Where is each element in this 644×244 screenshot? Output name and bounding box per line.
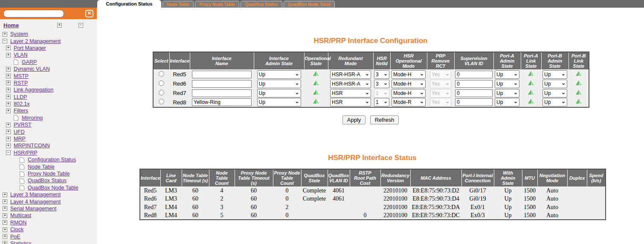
sidebar-link-filters[interactable]: Filters [14, 108, 28, 114]
supervision-vlan-input-red7[interactable] [455, 89, 493, 97]
hsr-op-mode-select-red8[interactable]: Mode-R [392, 98, 426, 106]
expand-icon[interactable]: + [6, 80, 11, 85]
sidebar-link-poe[interactable]: PoE [10, 234, 20, 240]
admin-state-select-red5[interactable]: Up [257, 70, 301, 79]
close-icon[interactable]: ✕ [85, 10, 93, 17]
interface-name-input-red7[interactable] [192, 89, 252, 97]
search-input[interactable] [3, 10, 64, 17]
expand-icon[interactable]: + [6, 74, 11, 78]
expand-icon[interactable]: + [3, 199, 7, 204]
select-radio-red8[interactable] [159, 99, 164, 104]
sidebar-link-layer-3-management[interactable]: Layer 3 Management [10, 192, 61, 198]
sidebar-link-clock[interactable]: Clock [10, 227, 23, 233]
collapse-all-icon[interactable]: − [78, 23, 83, 28]
redundant-mode-select-red5[interactable]: HSR-HSR-A [330, 70, 371, 79]
supervision-vlan-input-red5[interactable] [455, 71, 493, 78]
prp-remove-rct-select-red6[interactable]: Yes [430, 80, 451, 88]
expand-icon[interactable]: + [3, 32, 7, 37]
collapse-icon[interactable]: − [6, 150, 11, 155]
redundant-mode-select-red6[interactable]: HSR-HSR-A [330, 80, 371, 88]
sidebar-link-hsr-prp[interactable]: HSR/PRP [14, 150, 38, 156]
expand-icon[interactable]: + [6, 137, 11, 141]
sidebar-link-link-aggregation[interactable]: Link Aggregation [14, 87, 53, 93]
sidebar-link-802-1x[interactable]: 802.1x [14, 101, 30, 107]
select-radio-red7[interactable] [159, 90, 164, 95]
expand-icon[interactable]: + [6, 144, 11, 148]
expand-icon[interactable]: + [3, 220, 7, 225]
prp-remove-rct-select-red7[interactable]: Yes [430, 89, 451, 98]
expand-icon[interactable]: + [3, 227, 7, 232]
expand-icon[interactable]: + [6, 53, 11, 57]
port-b-admin-select-red6[interactable]: Up [542, 80, 567, 88]
sidebar-link-mrp[interactable]: MRP [14, 136, 26, 142]
sidebar-link-quadbox-node-table[interactable]: QuadBox Node Table [28, 185, 78, 191]
prp-remove-rct-select-red8[interactable]: Yes [430, 98, 451, 106]
prp-remove-rct-select-red5[interactable]: Yes [430, 70, 451, 79]
sidebar-item-home[interactable]: Home [3, 22, 19, 29]
port-a-admin-select-red5[interactable]: Up [495, 70, 519, 79]
port-b-admin-select-red5[interactable]: Up [542, 70, 567, 79]
interface-name-input-red6[interactable] [192, 80, 252, 88]
sidebar-link-port-manager[interactable]: Port Manager [14, 45, 46, 51]
tab-quadbox-node-table[interactable]: QuadBox Node Table [284, 1, 335, 8]
redundant-mode-select-red7[interactable]: HSR [330, 89, 371, 98]
hsr-netid-select-red6[interactable]: 3 [374, 80, 389, 88]
expand-icon[interactable]: + [3, 213, 7, 218]
hsr-op-mode-select-red7[interactable]: Mode-H [392, 89, 426, 98]
sidebar-link-proxy-node-table[interactable]: Proxy Node Table [28, 171, 70, 177]
hsr-netid-select-red5[interactable]: 3 [374, 70, 389, 79]
tab-quadbox-status[interactable]: QuadBox Status [241, 1, 282, 8]
apply-button[interactable]: Apply [342, 115, 366, 124]
port-a-admin-select-red8[interactable]: Up [495, 98, 519, 106]
tab-node-table[interactable]: Node Table [162, 1, 194, 8]
port-a-admin-select-red7[interactable]: Up [495, 89, 519, 98]
expand-icon[interactable]: + [6, 123, 11, 127]
port-a-admin-select-red6[interactable]: Up [495, 80, 519, 88]
interface-name-input-red5[interactable] [192, 71, 252, 78]
refresh-button[interactable]: Refresh [370, 115, 399, 124]
sidebar-link-node-table[interactable]: Node Table [28, 164, 55, 170]
sidebar-link-garp[interactable]: GARP [22, 59, 37, 65]
sidebar-link-mrpintconn[interactable]: MRPINTCONN [14, 143, 50, 149]
sidebar-link-multicast[interactable]: Multicast [10, 212, 31, 218]
expand-icon[interactable]: + [6, 95, 11, 99]
sidebar-link-ufd[interactable]: UFD [14, 129, 25, 135]
sidebar-link-rstp[interactable]: RSTP [14, 80, 28, 86]
expand-icon[interactable]: + [6, 46, 11, 50]
supervision-vlan-input-red8[interactable] [455, 98, 493, 106]
hsr-op-mode-select-red6[interactable]: Mode-H [392, 80, 426, 88]
sidebar-link-pvrst[interactable]: PVRST [14, 122, 32, 128]
sidebar-link-layer-2-management[interactable]: Layer 2 Management [10, 38, 61, 44]
sidebar-link-configuration-status[interactable]: Configuration Status [28, 157, 76, 163]
select-radio-red5[interactable] [159, 71, 164, 77]
tab-configuration-status[interactable]: Configuration Status [97, 0, 161, 8]
sidebar-link-layer-4-management[interactable]: Layer 4 Management [10, 199, 61, 205]
port-b-admin-select-red7[interactable]: Up [542, 89, 567, 98]
collapse-icon[interactable]: − [3, 39, 7, 43]
interface-name-input-red8[interactable] [192, 98, 252, 106]
admin-state-select-red7[interactable]: Up [257, 89, 301, 98]
expand-icon[interactable]: + [6, 129, 11, 134]
expand-icon[interactable]: + [3, 234, 7, 239]
expand-all-icon[interactable]: + [57, 23, 62, 28]
hsr-netid-select-red7[interactable]: 1 [374, 89, 389, 98]
expand-icon[interactable]: + [3, 192, 7, 197]
sidebar-link-rmon[interactable]: RMON [10, 220, 26, 226]
sidebar-link-statistics[interactable]: Statistics [10, 241, 32, 244]
sidebar-link-vlan[interactable]: VLAN [14, 52, 28, 58]
redundant-mode-select-red8[interactable]: HSR [330, 98, 371, 106]
expand-icon[interactable]: + [6, 67, 11, 72]
select-radio-red6[interactable] [159, 80, 164, 86]
expand-icon[interactable]: + [6, 109, 11, 113]
expand-icon[interactable]: + [6, 102, 11, 106]
sidebar-link-dynamic-vlan[interactable]: Dynamic VLAN [14, 66, 50, 72]
port-b-admin-select-red8[interactable]: Up [542, 98, 567, 106]
supervision-vlan-input-red6[interactable] [455, 80, 493, 88]
sidebar-link-lldp[interactable]: LLDP [14, 94, 27, 100]
sidebar-link-mirroring[interactable]: Mirroring [22, 115, 43, 121]
expand-icon[interactable]: + [3, 206, 7, 211]
hsr-op-mode-select-red5[interactable]: Mode-H [392, 70, 426, 79]
hsr-netid-select-red8[interactable]: 1 [374, 98, 389, 106]
admin-state-select-red8[interactable]: Up [257, 98, 301, 106]
tab-proxy-node-table[interactable]: Proxy Node Table [195, 1, 239, 8]
